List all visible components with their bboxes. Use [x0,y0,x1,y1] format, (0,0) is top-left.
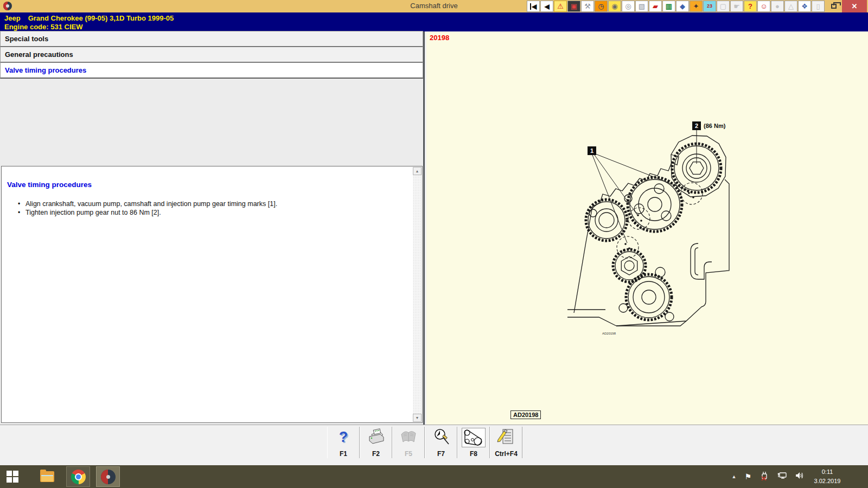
help-car-icon[interactable]: ? [744,1,757,12]
painted-car-icon[interactable]: ❖ [798,1,811,12]
topics-panel: Special tools General precautions Valve … [0,31,425,425]
speaker-icon[interactable] [795,471,804,482]
first-page-icon[interactable]: ◀ [527,1,540,12]
tyre-pressure-icon[interactable]: 23 [703,1,716,12]
folder-icon [40,471,54,482]
start-button[interactable] [0,465,25,488]
inspect-button[interactable]: F7 [425,427,457,458]
hand-pointer-icon[interactable]: ☛ [730,1,743,12]
clock-time: 0:11 [806,467,848,477]
warning-triangle-icon[interactable]: ⚠ [554,1,567,12]
windows-logo-icon [7,471,18,483]
belt-icon [462,428,486,447]
gear-diagram-svg: 1 2 (86 Nm) AD20198 [564,118,743,338]
scrollbar[interactable]: ▲ ▼ [413,167,422,422]
clock-date: 3.02.2019 [806,477,848,486]
help-icon: ? [339,428,348,446]
menu-item-valve-timing[interactable]: Valve timing procedures [0,62,423,79]
key-remote-icon[interactable]: ✦ [690,1,703,12]
titlebar: Camshaft drive ◀ ◀ ⚠ ▣ ⚒ ◷ ◉ ◎ ▧ ▰ ▥ ◆ ✦… [0,0,868,12]
vehicle-lift-icon[interactable]: ▥ [662,1,675,12]
menu-item-general-precautions[interactable]: General precautions [0,47,423,63]
engine-parts-icon[interactable]: ▧ [635,1,648,12]
hidden-icons-chevron-icon[interactable]: ▲ [732,474,737,479]
file-explorer-button[interactable] [35,465,60,488]
body-panel-icon[interactable]: ▢ [717,1,730,12]
warning-sign-icon[interactable]: △ [784,1,797,12]
manuals-button[interactable]: F5 [392,427,425,458]
drawing-code: AD20198 [602,332,616,335]
procedure-step: Align crankshaft, vacuum pump, camshaft … [18,200,422,208]
callout-2-label: 2 [695,123,698,129]
top-toolbar: ◀ ◀ ⚠ ▣ ⚒ ◷ ◉ ◎ ▧ ▰ ▥ ◆ ✦ 23 ▢ ☛ ? ☺ ● △… [527,1,825,12]
callout-1-label: 1 [590,147,593,154]
camshaft-drive-diagram: 1 2 (86 Nm) AD20198 [564,118,743,338]
drive-belts-button[interactable]: F8 [457,427,490,458]
book-icon [399,428,418,446]
autodata-app-button[interactable] [96,466,120,487]
content-heading: Valve timing procedures [7,181,422,189]
scroll-up-icon[interactable]: ▲ [413,167,422,175]
procedure-step: Tighten injection pump gear nut to 86 Nm… [18,208,422,217]
vehicle-model: Grand Cherokee (99-05) 3,1D Turbo 1999-0… [28,14,174,22]
function-buttons: ? F1 F2 F5 [327,427,522,458]
back-icon[interactable]: ◀ [540,1,553,12]
disc-icon [101,470,116,484]
engine-code: Engine code: 531 CIEW [4,23,82,31]
technician-car-icon[interactable]: ☺ [757,1,770,12]
vehicle-header: JeepGrand Cherokee (99-05) 3,1D Turbo 19… [0,12,868,31]
action-center-flag-icon[interactable]: ⚑ [744,472,751,481]
menu-item-special-tools[interactable]: Special tools [0,31,423,47]
function-bar: ? F1 F2 F5 [0,425,868,465]
electrics-mouse-icon[interactable]: ◉ [608,1,621,12]
dashboard-warning-icon[interactable]: ▣ [567,1,580,12]
illustration-panel: 20198 [426,31,868,431]
cabinet-icon[interactable]: ▯ [812,1,825,12]
chrome-button[interactable] [66,466,90,487]
network-icon[interactable] [777,471,787,482]
power-plug-icon[interactable] [760,471,769,483]
close-icon: ✕ [852,2,858,10]
help-button[interactable]: ? F1 [327,427,360,458]
wheel-tyre-icon[interactable]: ◎ [622,1,635,12]
close-button[interactable]: ✕ [842,0,867,12]
note-pencil-icon [496,428,516,446]
windows-taskbar: ▲ ⚑ 0 [0,465,868,488]
restore-window-button[interactable] [829,2,839,10]
printer-icon [366,428,386,446]
restore-icon [831,4,837,9]
figure-tag[interactable]: AD20198 [510,410,541,419]
scroll-down-icon[interactable]: ▼ [413,414,422,422]
notes-button[interactable]: Ctrl+F4 [490,427,522,458]
torque-note: (86 Nm) [704,123,726,129]
magnifier-icon [431,428,451,446]
procedure-content: Valve timing procedures Align crankshaft… [1,166,423,423]
vehicle-title: JeepGrand Cherokee (99-05) 3,1D Turbo 19… [4,14,174,22]
tow-car-icon[interactable]: ◆ [676,1,689,12]
vehicle-brand: Jeep [4,14,21,22]
print-button[interactable]: F2 [360,427,392,458]
ball-icon[interactable]: ● [771,1,784,12]
chrome-icon [71,470,86,484]
system-tray: ▲ ⚑ [732,465,804,488]
taskbar-clock[interactable]: 0:11 3.02.2019 [806,467,848,486]
procedure-list: Align crankshaft, vacuum pump, camshaft … [18,200,422,217]
illustration-ref-number: 20198 [430,34,449,42]
service-globe-icon[interactable]: ◷ [595,1,608,12]
road-test-car-icon[interactable]: ▰ [649,1,662,12]
special-tools-icon[interactable]: ⚒ [581,1,594,12]
